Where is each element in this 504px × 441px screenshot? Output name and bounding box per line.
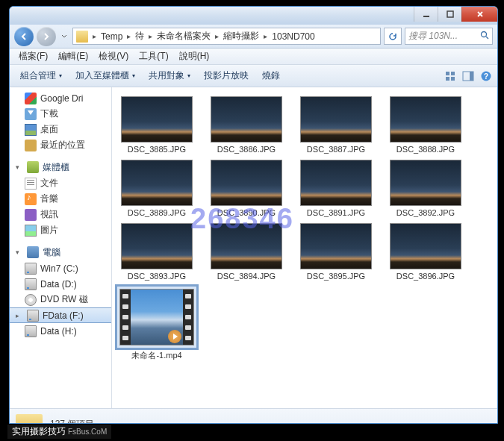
menu-view[interactable]: 檢視(V) [94,49,133,64]
svg-text:?: ? [484,72,488,81]
file-name: DSC_3893.JPG [128,272,186,281]
menu-file[interactable]: 檔案(F) [14,49,52,64]
picture-icon [25,225,37,237]
image-thumbnail [121,160,193,206]
image-thumbnail [390,96,461,143]
file-item[interactable]: DSC_3896.JPG [387,223,464,281]
svg-rect-1 [447,11,453,17]
drive-icon [25,325,37,337]
back-button[interactable] [14,27,34,46]
address-bar-row: ▸ Temp ▸ 待 ▸ 未命名檔案夾 ▸ 縮時攝影 ▸ 103ND700 搜尋… [10,25,497,49]
breadcrumb-segment[interactable]: 縮時攝影 [222,30,261,43]
navigation-pane: Google Dri 下載 桌面 最近的位置 ▾媒體櫃 文件 音樂 視訊 圖片 … [10,87,112,408]
sidebar-item-drive-d[interactable]: Data (D:) [10,276,111,292]
include-library-button[interactable]: 加入至媒體櫃▾ [69,68,141,84]
sidebar-item-drive-f[interactable]: ▸FData (F:) [10,307,111,323]
menu-edit[interactable]: 編輯(E) [54,49,93,64]
file-item[interactable]: DSC_3894.JPG [208,223,285,281]
view-options-button[interactable] [444,69,457,83]
file-item[interactable]: DSC_3889.JPG [118,160,196,217]
preview-pane-button[interactable] [461,69,475,83]
file-item[interactable]: DSC_3886.JPG [208,96,285,154]
file-name: DSC_3891.JPG [307,208,365,217]
file-item[interactable]: DSC_3893.JPG [118,223,196,281]
toolbar: 組合管理▾ 加入至媒體櫃▾ 共用對象▾ 投影片放映 燒錄 ? [10,65,497,87]
sidebar-item-downloads[interactable]: 下載 [10,106,111,122]
chevron-right-icon: ▸ [212,32,222,40]
sidebar-item-drive-dvd[interactable]: DVD RW 磁 [10,292,111,307]
image-thumbnail [121,223,193,269]
folder-icon [76,31,88,43]
file-name: DSC_3885.JPG [128,145,186,154]
refresh-button[interactable] [384,28,402,45]
file-item-selected[interactable]: 未命名-1.mp4 [118,287,196,361]
help-button[interactable]: ? [479,69,493,83]
file-item[interactable]: DSC_3888.JPG [387,96,464,154]
item-count: 137 個項目 [50,418,94,424]
menu-tools[interactable]: 工具(T) [134,49,172,64]
file-item[interactable]: DSC_3892.JPG [387,160,464,217]
sidebar-item-drive-h[interactable]: Data (H:) [10,323,111,339]
sidebar-item-recent[interactable]: 最近的位置 [10,137,111,153]
breadcrumb-segment[interactable]: 103ND700 [270,31,316,42]
status-bar: 137 個項目 [10,408,497,424]
drive-icon [25,263,37,275]
chevron-right-icon: ▸ [124,32,134,40]
file-name: DSC_3892.JPG [396,208,455,217]
file-pane[interactable]: 268346 DSC_3885.JPG DSC_3886.JPG DSC_388… [112,87,497,408]
history-dropdown[interactable] [59,34,69,40]
breadcrumb-segment[interactable]: Temp [99,31,124,42]
breadcrumb-segment[interactable]: 未命名檔案夾 [155,30,212,43]
sidebar-item-gdrive[interactable]: Google Dri [10,90,111,106]
svg-rect-5 [446,77,449,81]
file-name: DSC_3886.JPG [217,145,276,154]
file-item[interactable]: DSC_3895.JPG [297,223,375,281]
sidebar-item-pictures[interactable]: 圖片 [10,222,111,238]
sidebar-item-videos[interactable]: 視訊 [10,207,111,222]
share-button[interactable]: 共用對象▾ [143,68,196,84]
sidebar-head-libraries[interactable]: ▾媒體櫃 [10,159,111,175]
sidebar-head-computer[interactable]: ▾電腦 [10,244,111,260]
minimize-button[interactable] [414,7,438,22]
sidebar-item-desktop[interactable]: 桌面 [10,122,111,137]
sidebar-item-documents[interactable]: 文件 [10,175,111,191]
slideshow-button[interactable]: 投影片放映 [198,68,255,84]
chevron-down-icon: ▾ [59,72,62,79]
forward-button[interactable] [37,27,56,46]
sidebar-item-drive-c[interactable]: Win7 (C:) [10,260,111,276]
film-strip-icon [183,290,193,345]
film-strip-icon [120,290,131,345]
breadcrumb-segment[interactable]: 待 [134,30,146,43]
menu-help[interactable]: 說明(H) [175,49,214,64]
file-name: 未命名-1.mp4 [131,350,181,361]
drive-icon [25,278,37,290]
document-icon [25,178,37,190]
chevron-down-icon: ▾ [187,72,190,79]
svg-rect-4 [451,72,455,75]
file-item[interactable]: DSC_3887.JPG [297,96,375,154]
svg-point-2 [482,32,487,37]
collapse-icon: ▾ [16,248,23,256]
image-thumbnail [211,223,282,269]
window-controls [414,7,497,22]
folder-icon [16,414,43,425]
search-icon [480,31,489,42]
music-icon [25,193,37,205]
organize-button[interactable]: 組合管理▾ [14,68,68,84]
file-name: DSC_3896.JPG [396,272,455,281]
page-watermark: 实用摄影技巧FsBus.CoM [7,425,111,439]
search-placeholder: 搜尋 103N... [408,30,458,43]
breadcrumb[interactable]: ▸ Temp ▸ 待 ▸ 未命名檔案夾 ▸ 縮時攝影 ▸ 103ND700 [72,28,381,45]
svg-rect-6 [451,77,455,81]
search-input[interactable]: 搜尋 103N... [405,28,493,45]
file-item[interactable]: DSC_3891.JPG [297,160,375,217]
close-button[interactable] [461,7,497,22]
thumbnail-grid: DSC_3885.JPG DSC_3886.JPG DSC_3887.JPG D… [112,87,497,370]
file-item[interactable]: DSC_3885.JPG [118,96,196,154]
file-item[interactable]: DSC_3890.JPG [208,160,285,217]
chevron-right-icon: ▸ [90,32,99,40]
sidebar-item-music[interactable]: 音樂 [10,191,111,207]
file-name: DSC_3895.JPG [307,272,365,281]
burn-button[interactable]: 燒錄 [256,68,286,84]
maximize-button[interactable] [438,7,461,22]
